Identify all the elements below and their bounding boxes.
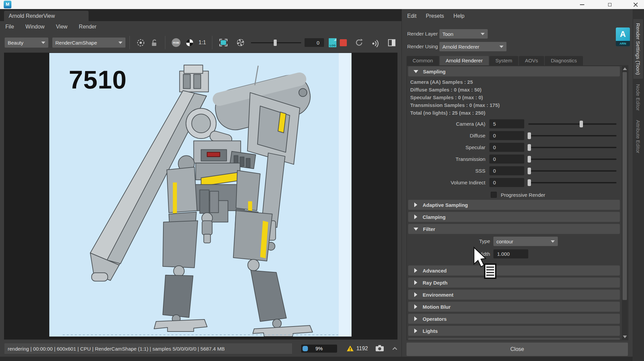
scroll-up-arrow-icon[interactable]: [623, 67, 627, 70]
exposure-slider-handle[interactable]: [274, 40, 277, 46]
filter-width-row: Width 1.000: [407, 249, 620, 259]
warning-icon[interactable]: [346, 345, 354, 352]
transmission-field[interactable]: 0: [489, 155, 524, 164]
section-textures[interactable]: Textures: [408, 338, 620, 340]
camera-aa-slider[interactable]: [528, 123, 616, 125]
rendered-image[interactable]: 7510: [49, 53, 352, 337]
warning-count[interactable]: 1192: [357, 346, 368, 352]
section-adaptive-sampling[interactable]: Adaptive Sampling: [408, 200, 620, 210]
tab-common[interactable]: Common: [407, 56, 439, 65]
slider-handle[interactable]: [528, 144, 531, 151]
menu-view[interactable]: View: [56, 24, 67, 30]
window-minimize-button[interactable]: [574, 0, 590, 9]
render-layer-dropdown[interactable]: Toon: [439, 29, 488, 39]
settings-scrollbar[interactable]: [622, 66, 628, 340]
snapshot-camera-icon[interactable]: [375, 345, 384, 353]
side-tab-attribute-editor[interactable]: Attribute Editor: [633, 116, 643, 157]
volume-indirect-field[interactable]: 0: [489, 178, 524, 187]
ipr-broadcast-icon[interactable]: [371, 38, 381, 47]
sss-field[interactable]: 0: [489, 166, 524, 175]
stop-render-button[interactable]: [340, 39, 347, 46]
exposure-slider[interactable]: [251, 42, 301, 43]
tab-diagnostics[interactable]: Diagnostics: [545, 56, 583, 65]
expand-triangle-icon: [414, 304, 417, 309]
section-label: Ray Depth: [423, 280, 447, 286]
window-close-button[interactable]: [628, 0, 643, 9]
tab-arnold-renderview[interactable]: Arnold RenderView: [4, 11, 89, 21]
split-ab-view-icon[interactable]: [388, 39, 395, 46]
progressive-render-checkbox[interactable]: [491, 192, 497, 198]
section-advanced[interactable]: Advanced: [408, 265, 620, 276]
scrollbar-thumb[interactable]: [623, 72, 627, 300]
camera-value: RenderCamShape: [55, 40, 97, 46]
settings-scroll-area[interactable]: Sampling Camera (AA) Samples : 25 Diffus…: [407, 65, 628, 340]
filter-type-dropdown[interactable]: contour: [493, 237, 558, 246]
tab-system[interactable]: System: [489, 56, 518, 65]
section-environment[interactable]: Environment: [408, 290, 620, 300]
specular-slider[interactable]: [528, 147, 616, 148]
section-filter[interactable]: Filter: [408, 224, 620, 234]
diffuse-slider[interactable]: [528, 135, 616, 136]
lock-icon[interactable]: [150, 38, 159, 47]
filter-type-row: Type contour: [407, 237, 620, 246]
camera-aa-field[interactable]: 5: [489, 119, 524, 128]
specular-field[interactable]: 0: [489, 143, 524, 152]
menu-presets[interactable]: Presets: [426, 13, 444, 19]
menu-render[interactable]: Render: [79, 24, 96, 30]
side-tab-render-settings[interactable]: Render Settings (Toon): [633, 19, 643, 79]
param-label: Diffuse: [407, 131, 485, 140]
refresh-render-icon[interactable]: [355, 38, 364, 47]
slider-handle[interactable]: [528, 132, 531, 139]
render-viewport[interactable]: 7510: [4, 53, 397, 340]
sampling-stat: Specular Samples : 0 (max : 0): [410, 95, 483, 100]
renderview-toolbar: Beauty RenderCamShape RGB 1:1 0: [0, 33, 401, 53]
section-operators[interactable]: Operators: [408, 314, 620, 324]
section-label: Clamping: [423, 214, 445, 220]
render-using-label: Render Using: [407, 42, 438, 51]
section-label: Adaptive Sampling: [423, 202, 468, 208]
transmission-slider[interactable]: [528, 159, 616, 160]
maya-app-icon: M: [4, 1, 11, 8]
expand-triangle-icon: [414, 280, 417, 285]
tab-arnold-renderer[interactable]: Arnold Renderer: [440, 56, 489, 65]
rgb-channels-icon[interactable]: RGB: [172, 38, 180, 47]
menu-file[interactable]: File: [5, 24, 14, 30]
volume-indirect-slider[interactable]: [528, 182, 616, 183]
background-checker-icon[interactable]: [185, 38, 194, 47]
section-sampling[interactable]: Sampling: [408, 66, 620, 76]
menu-window[interactable]: Window: [25, 24, 45, 30]
expand-triangle-icon: [414, 292, 417, 297]
display-mode-dropdown[interactable]: Beauty: [5, 38, 48, 48]
section-label: Filter: [423, 226, 435, 232]
log-view-icon[interactable]: LOG: [329, 38, 336, 47]
section-ray-depth[interactable]: Ray Depth: [408, 278, 620, 288]
chevron-down-icon: [481, 33, 485, 35]
slider-handle[interactable]: [580, 121, 583, 127]
slider-handle[interactable]: [528, 179, 531, 186]
close-settings-button[interactable]: Close: [407, 343, 628, 356]
tab-aovs[interactable]: AOVs: [519, 56, 544, 65]
exposure-field[interactable]: 0: [305, 38, 324, 47]
window-restore-button[interactable]: [602, 0, 618, 9]
section-clamping[interactable]: Clamping: [408, 212, 620, 222]
section-lights[interactable]: Lights: [408, 326, 620, 336]
section-label: Operators: [423, 316, 447, 322]
crop-region-icon[interactable]: [219, 38, 228, 47]
scroll-down-arrow-icon[interactable]: [623, 336, 627, 338]
render-using-dropdown[interactable]: Arnold Renderer: [439, 42, 506, 51]
snapshot-target-icon[interactable]: [136, 38, 145, 47]
menu-help[interactable]: Help: [453, 13, 465, 19]
param-label: Volume Indirect: [407, 178, 485, 187]
slider-handle[interactable]: [528, 156, 531, 163]
diffuse-field[interactable]: 0: [489, 131, 524, 140]
menu-edit[interactable]: Edit: [407, 13, 417, 19]
camera-dropdown[interactable]: RenderCamShape: [52, 38, 125, 48]
slider-handle[interactable]: [528, 168, 531, 174]
side-tab-node-editor[interactable]: Node Editor: [633, 80, 643, 115]
section-motion-blur[interactable]: Motion Blur: [408, 302, 620, 312]
sss-slider[interactable]: [528, 170, 616, 172]
zoom-ratio-label[interactable]: 1:1: [199, 40, 206, 46]
aperture-icon[interactable]: [236, 38, 245, 47]
collapse-statusbar-chevron[interactable]: [392, 346, 397, 352]
render-settings-pane: Edit Presets Help Render Layer Toon Rend…: [401, 9, 633, 361]
